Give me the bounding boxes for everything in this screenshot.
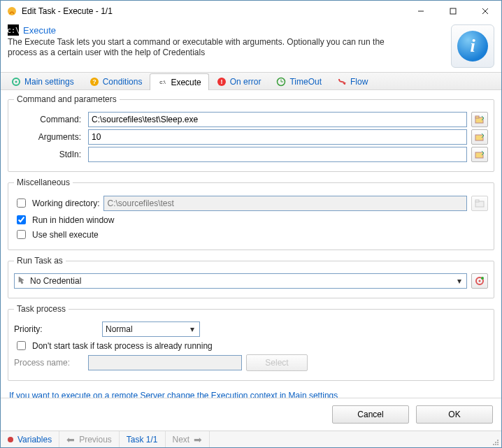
console-icon: c:\ — [8, 24, 19, 36]
arrow-left-icon: ⬅ — [66, 434, 75, 445]
legend-runas: Run Task as — [14, 256, 66, 266]
command-input[interactable] — [88, 112, 467, 127]
svg-point-25 — [495, 444, 496, 445]
resize-grip[interactable] — [489, 431, 501, 447]
pointer-icon — [17, 276, 26, 287]
browse-arguments-button[interactable] — [471, 129, 488, 145]
svg-text:!: ! — [220, 78, 222, 85]
label-process-name: Process name: — [14, 358, 84, 368]
page-heading: c:\ Execute — [8, 24, 445, 36]
heading-text: Execute — [23, 25, 56, 36]
label-stdin: StdIn: — [14, 150, 84, 159]
maximize-button[interactable] — [437, 1, 469, 22]
record-icon — [8, 437, 13, 442]
svg-point-24 — [497, 444, 499, 445]
svg-point-28 — [495, 442, 496, 443]
credential-value: No Credential — [30, 276, 81, 286]
legend-process: Task process — [14, 304, 69, 314]
svg-point-22 — [479, 280, 481, 282]
window-controls — [405, 1, 501, 22]
window-title: Edit Task - Execute - 1/1 — [22, 6, 405, 16]
credential-combo[interactable]: No Credential ▾ — [14, 273, 467, 289]
stdin-input[interactable] — [88, 147, 467, 162]
window: Edit Task - Execute - 1/1 c:\ Execute Th… — [0, 0, 502, 448]
status-next[interactable]: Next ➡ — [166, 431, 210, 447]
tab-main-settings[interactable]: Main settings — [3, 73, 82, 89]
svg-point-26 — [497, 442, 499, 443]
status-variables[interactable]: Variables — [1, 431, 59, 447]
hidden-window-checkbox[interactable]: Run in hidden window — [14, 213, 488, 226]
process-name-input — [88, 355, 242, 370]
group-run-task-as: Run Task as No Credential ▾ — [8, 256, 494, 298]
svg-rect-20 — [475, 200, 479, 202]
svg-point-23 — [481, 277, 484, 280]
label-priority: Priority: — [14, 324, 98, 334]
flow-icon — [337, 77, 347, 87]
svg-text:?: ? — [92, 78, 96, 85]
browse-command-button[interactable] — [471, 112, 488, 127]
tab-on-error[interactable]: ! On error — [209, 73, 269, 89]
chevron-down-icon: ▾ — [454, 276, 465, 286]
label-arguments: Arguments: — [14, 132, 84, 142]
tab-flow[interactable]: Flow — [329, 73, 375, 89]
tabstrip: Main settings ? Conditions c:\ Execute !… — [1, 72, 501, 90]
console-icon: c:\ — [157, 78, 167, 87]
priority-value: Normal — [106, 324, 133, 334]
legend-misc: Miscellaneous — [14, 178, 73, 187]
remote-execution-link[interactable]: If you want to execute on a remote Serve… — [9, 391, 493, 398]
legend-command: Command and parameters — [14, 94, 120, 104]
clock-icon — [276, 77, 286, 87]
minimize-button[interactable] — [405, 1, 437, 22]
info-badge[interactable]: i — [451, 24, 494, 68]
workdir-input — [103, 196, 467, 211]
question-icon: ? — [89, 77, 99, 87]
close-button[interactable] — [469, 1, 501, 22]
browse-stdin-button[interactable] — [471, 147, 488, 162]
browse-workdir-button — [471, 196, 488, 211]
titlebar: Edit Task - Execute - 1/1 — [1, 1, 501, 22]
tab-timeout[interactable]: TimeOut — [268, 73, 329, 89]
app-icon — [6, 6, 17, 17]
priority-select[interactable]: Normal ▾ — [102, 321, 200, 337]
status-task-indicator[interactable]: Task 1/1 — [120, 431, 166, 447]
dialog-buttons: Cancel OK — [1, 398, 501, 431]
statusbar: Variables ⬅ Previous Task 1/1 Next ➡ — [1, 431, 501, 447]
error-icon: ! — [217, 77, 227, 87]
svg-point-6 — [15, 80, 17, 82]
arrow-right-icon: ➡ — [194, 434, 202, 445]
group-task-process: Task process Priority: Normal ▾ Don't st… — [8, 304, 494, 381]
gear-icon — [11, 77, 21, 87]
arguments-input[interactable] — [88, 129, 467, 145]
shell-execute-checkbox[interactable]: Use shell execute — [14, 228, 488, 241]
svg-point-0 — [8, 7, 16, 15]
label-command: Command: — [14, 115, 84, 124]
svg-point-29 — [497, 440, 499, 441]
info-icon: i — [457, 31, 488, 62]
workdir-checkbox[interactable]: Working directory: — [14, 196, 99, 210]
group-command-parameters: Command and parameters Command: Argument… — [8, 94, 494, 172]
heading-description: The Execute Task lets you start a comman… — [8, 37, 399, 58]
tab-conditions[interactable]: ? Conditions — [82, 73, 150, 89]
svg-point-27 — [493, 444, 494, 445]
select-process-button: Select — [246, 354, 308, 371]
status-previous[interactable]: ⬅ Previous — [59, 431, 120, 447]
group-miscellaneous: Miscellaneous Working directory: Run in … — [8, 178, 494, 250]
svg-rect-2 — [450, 8, 456, 14]
svg-rect-16 — [475, 116, 479, 118]
content-area: Command and parameters Command: Argument… — [1, 90, 501, 398]
header: c:\ Execute The Execute Task lets you st… — [1, 22, 501, 72]
dont-start-checkbox[interactable]: Don't start task if task process is alre… — [14, 339, 488, 352]
chevron-down-icon: ▾ — [187, 324, 198, 334]
cancel-button[interactable]: Cancel — [332, 405, 409, 424]
tab-execute[interactable]: c:\ Execute — [150, 73, 208, 90]
credential-settings-button[interactable] — [471, 273, 488, 289]
ok-button[interactable]: OK — [416, 405, 493, 424]
